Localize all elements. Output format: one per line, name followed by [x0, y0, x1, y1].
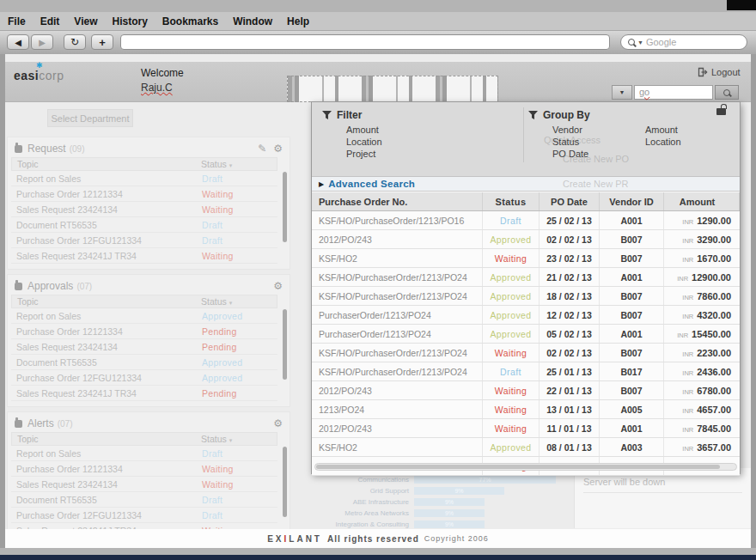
list-item[interactable]: Purchase Order 12121334Pending: [11, 324, 277, 339]
filter-item[interactable]: Location: [346, 136, 382, 148]
list-item[interactable]: Purchase Order 12121334Waiting: [11, 461, 277, 477]
po-table-row[interactable]: 2012/PO/243Waiting11 / 01 / 13A001INR784…: [312, 419, 740, 438]
gear-icon[interactable]: ⚙: [273, 417, 283, 429]
logout-button[interactable]: Logout: [698, 67, 741, 77]
po-amount-cell: INR7860.00: [664, 287, 740, 305]
currency-label: INR: [682, 369, 693, 377]
list-item[interactable]: Sales Request 23424134Waiting: [11, 477, 277, 492]
po-table-row[interactable]: PurchaserOrder/1213/PO24Approved12 / 02 …: [312, 306, 740, 325]
refresh-button[interactable]: ↻: [64, 34, 86, 50]
po-number-cell: PurchaserOrder/1213/PO24: [312, 306, 483, 324]
list-item[interactable]: Sales Request 234241J TR34Pending: [11, 386, 277, 401]
po-table-row[interactable]: KSF/HO/PurchaserOrder/1213/PO24Draft25 /…: [312, 362, 740, 381]
group-by-item[interactable]: Amount: [645, 124, 681, 136]
po-amount-cell: INR15450.00: [664, 325, 740, 343]
list-item[interactable]: Sales Request 23424134Pending: [11, 339, 277, 355]
list-body: Report on SalesApprovedPurchase Order 12…: [11, 308, 286, 401]
status-column-header[interactable]: Status ▾: [201, 296, 271, 307]
po-table-row[interactable]: 2012/PO/243Approved02 / 02 / 13B007INR32…: [312, 230, 740, 249]
edit-icon[interactable]: ✎: [258, 143, 266, 155]
google-search-box[interactable]: ▼ Google: [620, 34, 747, 50]
search-go-button[interactable]: [715, 85, 739, 100]
list-item[interactable]: Report on SalesDraft: [11, 171, 277, 186]
filter-item[interactable]: Amount: [346, 124, 382, 136]
list-item[interactable]: Document RT56535Approved: [11, 355, 277, 370]
menu-bookmarks[interactable]: Bookmarks: [162, 15, 218, 27]
panel-title: Alerts: [27, 417, 54, 429]
panel-scrollbar-thumb[interactable]: [283, 309, 287, 380]
add-tab-button[interactable]: +: [91, 34, 113, 50]
list-item[interactable]: Report on SalesDraft: [11, 446, 277, 461]
status-column-header[interactable]: Status ▾: [201, 159, 271, 169]
filter-item[interactable]: Project: [346, 148, 382, 160]
panel-scrollbar-thumb[interactable]: [283, 172, 287, 242]
po-date-cell: 21 / 02 / 13: [540, 268, 600, 286]
status-column-header[interactable]: Status ▾: [201, 434, 271, 444]
chart-percent-label: 9%: [445, 521, 454, 527]
gear-icon[interactable]: ⚙: [273, 143, 283, 155]
horizontal-scrollbar-track[interactable]: [0, 548, 756, 555]
list-item[interactable]: Document RT56535Draft: [11, 492, 277, 508]
chart-bar: 9%: [414, 509, 485, 517]
po-table-row[interactable]: KSF/HO/PurchaseOrder/1213/PO16Draft25 / …: [312, 211, 740, 230]
group-by-item[interactable]: Vendor: [552, 124, 645, 136]
menu-view[interactable]: View: [74, 15, 97, 27]
advanced-search-link[interactable]: Advanced Search: [328, 179, 415, 189]
menu-window[interactable]: Window: [233, 15, 272, 27]
panel-title: Request: [27, 143, 66, 155]
column-header[interactable]: Amount: [664, 192, 740, 210]
panel-actions: ✎⚙: [258, 143, 283, 155]
po-table-row[interactable]: KSF/HO2Approved08 / 01 / 13A003INR3657.0…: [312, 438, 740, 457]
search-dropdown-button[interactable]: ▼: [612, 85, 632, 100]
column-header[interactable]: PO Date: [540, 192, 600, 210]
po-number-cell: 2012/PO/243: [312, 230, 483, 248]
po-number-cell: KSF/HO2: [312, 438, 483, 456]
list-item[interactable]: Purchase Order 12FGU121334Draft: [11, 508, 277, 523]
popup-horizontal-scrollbar[interactable]: [314, 463, 737, 471]
group-by-item[interactable]: Status: [552, 136, 645, 148]
list-item[interactable]: Sales Request 234241J TR34Waiting: [11, 248, 277, 264]
po-date-cell: 13 / 01 / 13: [540, 400, 600, 418]
address-bar[interactable]: [120, 34, 610, 50]
po-table-row[interactable]: KSF/HO/PurchaserOrder/1213/PO24Waiting02…: [312, 344, 740, 362]
currency-label: INR: [682, 445, 693, 453]
list-item[interactable]: Sales Request 23424134Waiting: [11, 202, 277, 217]
menu-file[interactable]: File: [8, 15, 26, 27]
po-number-cell: KSF/HO/PurchaseOrder/1213/PO16: [312, 211, 483, 229]
po-table-row[interactable]: KSF/HO/PurchaserOrder/1213/PO24Approved1…: [312, 287, 740, 306]
group-by-item[interactable]: PO Date: [552, 148, 645, 160]
po-table-row[interactable]: PurchaserOrder/1213/PO24Approved05 / 02 …: [312, 325, 740, 344]
list-item[interactable]: Document RT56535Draft: [11, 217, 277, 233]
list-item[interactable]: Purchase Order 12121334Waiting: [11, 186, 277, 202]
panel-scrollbar-thumb[interactable]: [283, 447, 287, 517]
column-header[interactable]: Status: [483, 192, 540, 210]
scrollbar-thumb[interactable]: [316, 465, 720, 469]
po-amount-cell: INR4657.00: [664, 400, 740, 418]
search-input[interactable]: go: [634, 85, 713, 100]
list-item[interactable]: Purchase Order 12FGU121334Draft: [11, 233, 277, 248]
po-table-row[interactable]: 2012/PO/243Waiting22 / 01 / 13B007INR678…: [312, 381, 740, 400]
group-by-item[interactable]: Location: [645, 136, 681, 148]
forward-button[interactable]: ▶: [31, 34, 53, 50]
chart-bar: 9%: [414, 487, 504, 495]
menu-edit[interactable]: Edit: [40, 15, 60, 27]
back-button[interactable]: ◀: [7, 34, 29, 50]
po-vendor-cell: B007: [600, 344, 664, 362]
po-table-row[interactable]: 1213/PO24Waiting13 / 01 / 13A005INR4657.…: [312, 400, 740, 419]
po-table-row[interactable]: KSF/HO/PurchaserOrder/1213/PO24Approved2…: [312, 268, 740, 287]
currency-label: INR: [682, 313, 693, 320]
list-item[interactable]: Report on SalesApproved: [11, 308, 277, 324]
po-table-row[interactable]: KSF/HO2Waiting23 / 02 / 13B007INR1670.00: [312, 249, 740, 268]
amount-value: 15450.00: [692, 329, 731, 339]
sort-icon: ▾: [229, 162, 233, 168]
menu-history[interactable]: History: [112, 15, 147, 27]
menu-help[interactable]: Help: [287, 15, 309, 27]
gear-icon[interactable]: ⚙: [273, 280, 283, 292]
list-item[interactable]: Purchase Order 12FGU121334Approved: [11, 370, 277, 386]
column-header[interactable]: Purchase Order No.: [312, 192, 483, 210]
select-department-button[interactable]: Select Department: [47, 109, 133, 127]
currency-label: INR: [677, 275, 688, 283]
column-header[interactable]: Vendor ID: [600, 192, 664, 210]
unlock-icon[interactable]: [716, 108, 726, 115]
amount-value: 4657.00: [697, 405, 731, 415]
